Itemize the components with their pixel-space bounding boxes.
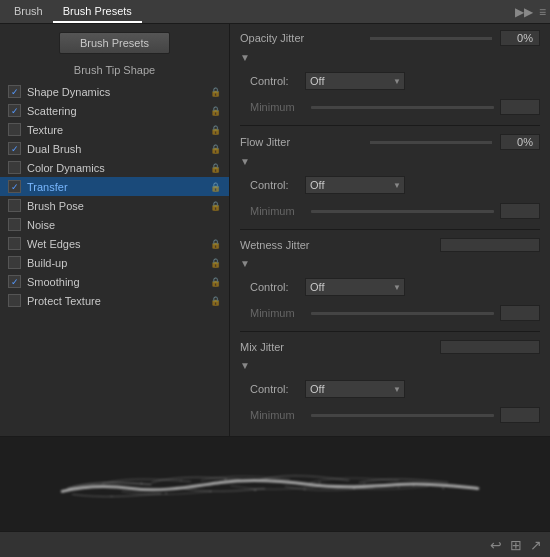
- minimum-label-3: Minimum: [250, 409, 305, 421]
- right-panel: Opacity Jitter0%▼Control:OffFadePen Pres…: [230, 24, 550, 436]
- minimum-slider-0[interactable]: [311, 106, 494, 109]
- control-label-0: Control:: [250, 75, 305, 87]
- control-select-1[interactable]: OffFadePen PressurePen TiltStylus Wheel: [305, 176, 405, 194]
- minimum-row-3: Minimum: [240, 407, 540, 423]
- item-label-dual-brush: Dual Brush: [27, 143, 206, 155]
- item-label-transfer: Transfer: [27, 181, 206, 193]
- item-label-scattering: Scattering: [27, 105, 206, 117]
- svg-point-3: [225, 479, 226, 480]
- checkbox-shape-dynamics[interactable]: [8, 85, 21, 98]
- lock-icon-scattering: 🔒: [210, 106, 221, 116]
- minimum-slider-1[interactable]: [311, 210, 494, 213]
- brush-presets-button[interactable]: Brush Presets: [59, 32, 170, 54]
- checkbox-noise[interactable]: [8, 218, 21, 231]
- checkbox-texture[interactable]: [8, 123, 21, 136]
- minimum-value-box-2: [500, 305, 540, 321]
- jitter-value-0[interactable]: 0%: [500, 30, 540, 46]
- grid-icon[interactable]: ⊞: [510, 537, 522, 553]
- minimum-label-1: Minimum: [250, 205, 305, 217]
- minimum-row-0: Minimum: [240, 99, 540, 115]
- item-label-wet-edges: Wet Edges: [27, 238, 206, 250]
- separator-0: [240, 125, 540, 126]
- svg-point-6: [363, 483, 364, 484]
- main-content: Brush Presets Brush Tip Shape Shape Dyna…: [0, 24, 550, 436]
- brush-stroke-preview: [0, 437, 550, 531]
- section-title: Brush Tip Shape: [0, 62, 229, 78]
- minimum-row-1: Minimum: [240, 203, 540, 219]
- tab-brush-presets[interactable]: Brush Presets: [53, 1, 142, 23]
- arrow-icon[interactable]: ↗: [530, 537, 542, 553]
- jitter-empty-2: [440, 238, 540, 252]
- svg-point-4: [274, 480, 275, 481]
- brush-item-shape-dynamics[interactable]: Shape Dynamics🔒: [0, 82, 229, 101]
- svg-point-8: [111, 496, 112, 497]
- jitter-label-1: Flow Jitter: [240, 136, 362, 148]
- expand-icon[interactable]: ▶▶: [515, 5, 533, 19]
- control-row-3: Control:OffFadePen PressurePen TiltStylu…: [240, 380, 540, 398]
- brush-item-scattering[interactable]: Scattering🔒: [0, 101, 229, 120]
- svg-point-9: [165, 493, 166, 494]
- svg-point-10: [210, 491, 211, 492]
- jitter-row-2: Wetness Jitter: [240, 238, 540, 252]
- checkbox-color-dynamics[interactable]: [8, 161, 21, 174]
- minimum-row-2: Minimum: [240, 305, 540, 321]
- triangle-3: ▼: [240, 360, 540, 371]
- minimum-label-2: Minimum: [250, 307, 305, 319]
- brush-item-dual-brush[interactable]: Dual Brush🔒: [0, 139, 229, 158]
- brush-list: Shape Dynamics🔒Scattering🔒Texture🔒Dual B…: [0, 82, 229, 428]
- jitter-slider-1[interactable]: [370, 141, 492, 144]
- minimum-slider-2[interactable]: [311, 312, 494, 315]
- minimum-value-box-0: [500, 99, 540, 115]
- brush-item-noise[interactable]: Noise: [0, 215, 229, 234]
- minimum-slider-3[interactable]: [311, 414, 494, 417]
- brush-item-build-up[interactable]: Build-up🔒: [0, 253, 229, 272]
- brush-item-transfer[interactable]: Transfer🔒: [0, 177, 229, 196]
- brush-item-protect-texture[interactable]: Protect Texture🔒: [0, 291, 229, 310]
- lock-icon-shape-dynamics: 🔒: [210, 87, 221, 97]
- lock-icon-transfer: 🔒: [210, 182, 221, 192]
- item-label-build-up: Build-up: [27, 257, 206, 269]
- control-label-2: Control:: [250, 281, 305, 293]
- triangle-2: ▼: [240, 258, 540, 269]
- undo-icon[interactable]: ↩: [490, 537, 502, 553]
- brush-item-texture[interactable]: Texture🔒: [0, 120, 229, 139]
- checkbox-transfer[interactable]: [8, 180, 21, 193]
- minimum-value-box-3: [500, 407, 540, 423]
- select-wrapper-3: OffFadePen PressurePen TiltStylus Wheel: [305, 380, 405, 398]
- brush-item-smoothing[interactable]: Smoothing🔒: [0, 272, 229, 291]
- brush-item-wet-edges[interactable]: Wet Edges🔒: [0, 234, 229, 253]
- tab-icons: ▶▶ ≡: [515, 5, 546, 19]
- checkbox-build-up[interactable]: [8, 256, 21, 269]
- preview-area: [0, 436, 550, 531]
- checkbox-wet-edges[interactable]: [8, 237, 21, 250]
- jitter-label-3: Mix Jitter: [240, 341, 440, 353]
- control-select-3[interactable]: OffFadePen PressurePen TiltStylus Wheel: [305, 380, 405, 398]
- brush-item-brush-pose[interactable]: Brush Pose🔒: [0, 196, 229, 215]
- checkbox-dual-brush[interactable]: [8, 142, 21, 155]
- jitter-empty-3: [440, 340, 540, 354]
- checkbox-protect-texture[interactable]: [8, 294, 21, 307]
- brush-item-color-dynamics[interactable]: Color Dynamics🔒: [0, 158, 229, 177]
- jitter-row-0: Opacity Jitter0%: [240, 30, 540, 46]
- control-select-2[interactable]: OffFadePen PressurePen TiltStylus Wheel: [305, 278, 405, 296]
- checkbox-brush-pose[interactable]: [8, 199, 21, 212]
- tab-brush[interactable]: Brush: [4, 1, 53, 23]
- separator-1: [240, 229, 540, 230]
- control-row-1: Control:OffFadePen PressurePen TiltStylu…: [240, 176, 540, 194]
- jitter-slider-0[interactable]: [370, 37, 492, 40]
- jitter-label-0: Opacity Jitter: [240, 32, 362, 44]
- svg-point-15: [443, 488, 444, 489]
- select-wrapper-0: OffFadePen PressurePen TiltStylus Wheel: [305, 72, 405, 90]
- menu-icon[interactable]: ≡: [539, 5, 546, 19]
- minimum-value-box-1: [500, 203, 540, 219]
- item-label-protect-texture: Protect Texture: [27, 295, 206, 307]
- lock-icon-brush-pose: 🔒: [210, 201, 221, 211]
- checkbox-scattering[interactable]: [8, 104, 21, 117]
- control-select-0[interactable]: OffFadePen PressurePen TiltStylus Wheel: [305, 72, 405, 90]
- lock-icon-smoothing: 🔒: [210, 277, 221, 287]
- checkbox-smoothing[interactable]: [8, 275, 21, 288]
- item-label-shape-dynamics: Shape Dynamics: [27, 86, 206, 98]
- triangle-0: ▼: [240, 52, 540, 63]
- item-label-color-dynamics: Color Dynamics: [27, 162, 206, 174]
- jitter-value-1[interactable]: 0%: [500, 134, 540, 150]
